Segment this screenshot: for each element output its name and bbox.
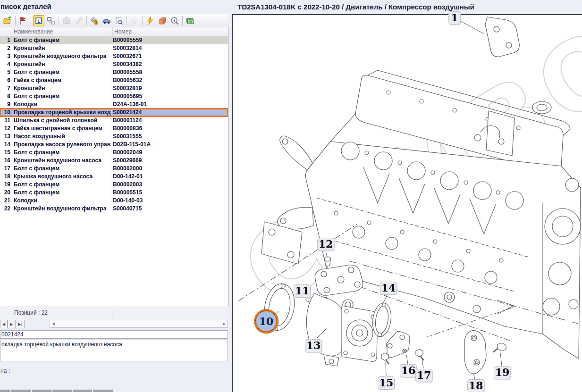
status-divider <box>112 309 112 317</box>
table-row[interactable]: 10 Прокладка торцевой крышки возду S0002… <box>0 108 228 117</box>
cube-button[interactable] <box>157 15 168 26</box>
flag-button[interactable] <box>17 15 29 26</box>
row-part-name: Болт с фланцем <box>12 92 111 100</box>
scroll-left-icon[interactable]: ◀ <box>50 320 57 327</box>
table-row[interactable]: 9 Колодки D24A-136-01 <box>0 100 228 108</box>
header-number[interactable]: Номер <box>113 27 228 36</box>
info-search-button[interactable]: i <box>169 15 180 26</box>
row-part-number: S00032814 <box>111 44 228 52</box>
table-row[interactable]: 4 Кронштейн S00034382 <box>0 60 228 68</box>
table-row[interactable]: 1 Болт с фланцем B00005559 <box>0 36 228 44</box>
table-row[interactable]: 11 Шпилька с двойной головкой B00001124 <box>0 117 228 125</box>
callout-16[interactable]: 16 <box>400 364 417 377</box>
vehicle-icon <box>102 16 111 25</box>
row-part-number: B00000836 <box>111 125 228 133</box>
row-part-number: S00031555 <box>111 133 228 141</box>
toolbar: 1 $ i <box>0 14 228 27</box>
row-part-number: S00021424 <box>111 108 228 117</box>
row-part-number: D02B-115-01A <box>111 141 228 149</box>
table-row[interactable]: 7 Кронштейн S00032819 <box>0 84 228 92</box>
row-part-number: S00040715 <box>111 205 228 213</box>
row-position: 18 <box>0 173 12 181</box>
table-row[interactable]: 16 Кронштейн воздушного насоса S00029669 <box>0 157 228 165</box>
table-row[interactable]: 3 Кронштейн воздушного фильтра S00032671 <box>0 52 228 60</box>
breadcrumb: TD2SA1304-018K с 2022-10-20 / Двигатель … <box>237 3 474 11</box>
toolbar-separator <box>31 16 31 25</box>
table-row[interactable]: 5 Болт с фланцем B00005558 <box>0 68 228 76</box>
money-button[interactable] <box>185 15 196 26</box>
bottom-tab[interactable] <box>32 390 51 392</box>
callout-19[interactable]: 19 <box>494 366 511 379</box>
row-position: 21 <box>0 197 12 205</box>
callout-tree-button[interactable] <box>45 15 57 26</box>
header-name[interactable]: Наименование <box>12 27 113 36</box>
pager-prev-button[interactable]: ◀ <box>0 320 8 328</box>
open-folder-icon <box>3 16 12 25</box>
bottom-tab[interactable] <box>52 390 72 392</box>
table-row[interactable]: 8 Болт с фланцем B00005695 <box>0 92 228 100</box>
row-position: 11 <box>0 117 12 125</box>
row-position: 15 <box>0 149 12 157</box>
table-row[interactable]: 12 Гайка шестигранная с фланцем B0000083… <box>0 125 228 133</box>
parts-catalog-window: писок деталей TD2SA1304-018K с 2022-10-2… <box>0 0 582 392</box>
row-part-number: B00005695 <box>111 92 228 100</box>
bottom-tab[interactable] <box>11 390 31 392</box>
pager-last-button[interactable]: ▶| <box>15 320 25 328</box>
bulb-icon <box>130 16 139 25</box>
pager-next-button[interactable]: ▶ <box>8 320 15 328</box>
header-pos[interactable] <box>0 27 12 36</box>
horizontal-scrollbar[interactable]: ◀ ▶ <box>50 320 228 328</box>
camera-icon <box>62 16 71 25</box>
callout-12[interactable]: 12 <box>317 238 334 251</box>
table-row[interactable]: 21 Колодки D00-140-03 <box>0 197 228 205</box>
callout-17[interactable]: 17 <box>415 369 432 382</box>
lightning-icon <box>145 16 155 25</box>
callout-single-button[interactable]: 1 <box>33 15 44 26</box>
row-part-name: Кронштейн воздушного насоса <box>12 157 111 165</box>
document-search-button[interactable] <box>113 15 125 26</box>
callout-15[interactable]: 15 <box>378 376 395 390</box>
top-bar: писок деталей TD2SA1304-018K с 2022-10-2… <box>0 0 582 14</box>
bottom-tab[interactable] <box>0 390 10 392</box>
table-row[interactable]: 20 Болт с фланцем B00005515 <box>0 189 228 197</box>
gear-price-icon: $ <box>90 16 99 25</box>
table-row[interactable]: 19 Болт с фланцем B00002003 <box>0 181 228 189</box>
table-row[interactable]: 6 Гайка с фланцем B00005632 <box>0 76 228 84</box>
row-position: 2 <box>0 44 12 52</box>
bottom-tab[interactable] <box>73 390 92 392</box>
row-position: 6 <box>0 76 12 84</box>
open-folder-button[interactable] <box>2 15 13 26</box>
tools-button <box>73 15 84 26</box>
row-part-name: Насос воздушный <box>12 133 111 141</box>
table-row[interactable]: 22 Кронштейн воздушного фильтра S0004071… <box>0 205 228 213</box>
table-row[interactable]: 15 Болт с фланцем B00002049 <box>0 149 228 157</box>
callout-11[interactable]: 11 <box>294 284 311 298</box>
table-row[interactable]: 18 Крышка воздушного насоса D00-142-01 <box>0 173 228 181</box>
table-row[interactable]: 2 Кронштейн S00032814 <box>0 44 228 52</box>
callout-10-highlighted[interactable]: 10 <box>254 309 278 334</box>
scroll-right-icon[interactable]: ▶ <box>221 320 228 327</box>
callout-13[interactable]: 13 <box>305 339 322 352</box>
row-position: 1 <box>0 36 12 44</box>
callout-14[interactable]: 14 <box>380 282 397 295</box>
row-part-name: Кронштейн воздушного фильтра <box>12 205 111 213</box>
table-row[interactable]: 14 Прокладка насоса рулевого управл D02B… <box>0 141 228 149</box>
diagram-drawing: CAMBO <box>233 15 582 392</box>
row-part-number: B00001124 <box>111 117 228 125</box>
row-position: 5 <box>0 68 12 76</box>
row-part-number: S00034382 <box>111 60 228 68</box>
row-position: 12 <box>0 125 12 133</box>
row-part-number: B00002049 <box>111 149 228 157</box>
row-part-number: S00032819 <box>111 84 228 92</box>
bottom-tab[interactable] <box>93 390 113 392</box>
pager: ◀ ▶ ▶| ◀ ▶ <box>0 319 228 329</box>
table-row[interactable]: 17 Болт с фланцем B00002000 <box>0 165 228 173</box>
gear-price-button[interactable]: $ <box>89 15 100 26</box>
callout-tree-icon <box>46 16 56 25</box>
callout-18[interactable]: 18 <box>467 379 484 392</box>
table-row[interactable]: 13 Насос воздушный S00031555 <box>0 133 228 141</box>
lightning-button[interactable] <box>144 15 156 26</box>
vehicle-button[interactable] <box>101 15 112 26</box>
callout-1[interactable]: 1 <box>448 11 461 25</box>
row-position: 14 <box>0 141 12 149</box>
